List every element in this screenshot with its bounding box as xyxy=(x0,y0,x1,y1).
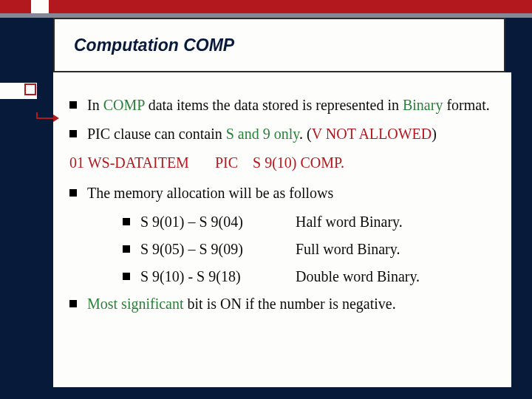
bullet-1-text: In COMP data items the data stored is re… xyxy=(87,96,499,115)
bullet-4: Most significant bit is ON if the number… xyxy=(69,295,499,313)
bullet-2-text: PIC clause can contain S and 9 only. (V … xyxy=(87,125,499,143)
text: In xyxy=(87,97,103,113)
level-number: 01 xyxy=(69,154,84,171)
text: PIC clause can contain xyxy=(87,126,226,142)
bullet-3-text: The memory allocation will be as follows xyxy=(87,184,499,202)
desc-cell: Full word Binary. xyxy=(296,241,400,257)
range-cell: S 9(05) – S 9(09) xyxy=(140,240,296,259)
top-red-bar xyxy=(0,0,532,13)
bullet-4-text: Most significant bit is ON if the number… xyxy=(87,295,499,313)
bullet-1: In COMP data items the data stored is re… xyxy=(69,96,499,115)
text: data items the data stored is represente… xyxy=(145,97,403,113)
keyword-comp: COMP xyxy=(103,97,145,113)
slide-title-box: Computation COMP xyxy=(53,18,505,72)
arrow-icon xyxy=(35,112,59,123)
text: ) xyxy=(432,126,437,142)
pic-value: S 9(10) COMP. xyxy=(253,154,344,171)
bullet-2: PIC clause can contain S and 9 only. (V … xyxy=(69,125,499,143)
keyword-s9: S and 9 only xyxy=(226,126,299,142)
range-cell: S 9(10) - S 9(18) xyxy=(140,267,296,286)
desc-cell: Double word Binary. xyxy=(296,268,420,284)
bullet-square-icon xyxy=(123,245,130,253)
pic-keyword: PIC xyxy=(215,154,238,171)
bullet-square-icon xyxy=(69,189,77,197)
desc-cell: Half word Binary. xyxy=(296,214,403,230)
slide-title: Computation COMP xyxy=(74,35,234,55)
text: format. xyxy=(443,97,489,113)
bullet-square-icon xyxy=(69,101,77,109)
bullet-3: The memory allocation will be as follows xyxy=(69,184,499,202)
slide-body: In COMP data items the data stored is re… xyxy=(53,72,511,387)
keyword-binary: Binary xyxy=(403,97,443,113)
left-red-square-icon xyxy=(24,83,36,95)
text: . ( xyxy=(299,126,312,142)
data-item-name: WS-DATAITEM xyxy=(88,154,189,171)
row-text: S 9(10) - S 9(18)Double word Binary. xyxy=(140,267,499,286)
table-row: S 9(05) – S 9(09)Full word Binary. xyxy=(123,240,499,259)
code-example: 01 WS-DATAITEM PIC S 9(10) COMP. xyxy=(69,154,499,172)
range-cell: S 9(01) – S 9(04) xyxy=(140,213,296,231)
table-row: S 9(01) – S 9(04)Half word Binary. xyxy=(123,213,499,231)
table-row: S 9(10) - S 9(18)Double word Binary. xyxy=(123,267,499,286)
warning-v-not-allowed: V NOT ALLOWED xyxy=(312,126,432,142)
row-text: S 9(01) – S 9(04)Half word Binary. xyxy=(140,213,499,231)
bullet-square-icon xyxy=(123,273,130,280)
bullet-square-icon xyxy=(123,218,130,225)
text: bit is ON if the number is negative. xyxy=(184,296,396,312)
top-left-white-block xyxy=(31,0,49,13)
row-text: S 9(05) – S 9(09)Full word Binary. xyxy=(140,240,499,259)
bullet-square-icon xyxy=(69,130,77,137)
keyword-msb: Most significant xyxy=(87,296,184,312)
bullet-square-icon xyxy=(69,300,77,307)
memory-table: S 9(01) – S 9(04)Half word Binary. S 9(0… xyxy=(96,213,499,286)
